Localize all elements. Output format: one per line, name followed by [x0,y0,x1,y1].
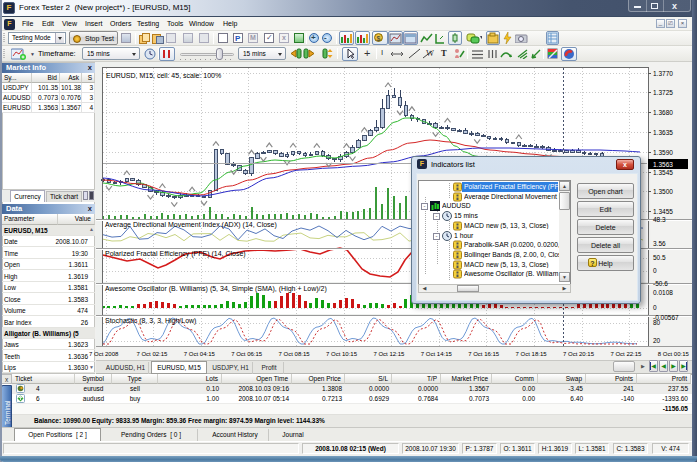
svg-text:EURUSD, M15, cell: 45, scale:: EURUSD, M15, cell: 45, scale: 100% [106,72,221,79]
svg-text:0.0108: 0.0108 [653,289,673,296]
svg-text:1.3725: 1.3725 [653,89,673,96]
svg-text:0: 0 [653,304,657,311]
svg-text:80: 80 [653,319,661,326]
svg-text:1.3563: 1.3563 [653,161,673,168]
svg-text:7 Oct 10:15: 7 Oct 10:15 [326,351,358,357]
svg-text:Average Directional Movement I: Average Directional Movement Index (ADX)… [105,221,277,229]
svg-text:7 Oct 06:15: 7 Oct 06:15 [231,351,263,357]
svg-text:7 Oct 02:15: 7 Oct 02:15 [136,351,168,357]
svg-text:Awesome Oscillator (B. William: Awesome Oscillator (B. Williams) (5, 34,… [105,285,327,293]
svg-text:7 Oct 08:15: 7 Oct 08:15 [279,351,311,357]
svg-text:1.3635: 1.3635 [653,129,673,136]
svg-text:7 Oct 2008: 7 Oct 2008 [89,351,119,357]
svg-text:1.3455: 1.3455 [653,208,673,215]
svg-text:20: 20 [653,337,661,344]
svg-text:-50.6: -50.6 [653,280,668,287]
svg-text:7 Oct 14:15: 7 Oct 14:15 [421,351,453,357]
svg-text:7 Oct 18:15: 7 Oct 18:15 [516,351,548,357]
svg-text:7 Oct 22:15: 7 Oct 22:15 [610,351,642,357]
svg-text:8 Oct 00:15: 8 Oct 00:15 [658,351,690,357]
svg-text:7 Oct 16:15: 7 Oct 16:15 [468,351,500,357]
svg-text:Polarized Fractal Efficiency (: Polarized Fractal Efficiency (PFE) (14, … [105,250,246,258]
svg-text:1.3500: 1.3500 [653,188,673,195]
svg-text:3.56: 3.56 [653,240,666,247]
svg-text:0: 0 [653,267,657,274]
svg-text:1.3680: 1.3680 [653,109,673,116]
svg-text:Stochastic (8, 3, 3, High/Low): Stochastic (8, 3, 3, High/Low) [105,317,196,325]
svg-text:1.3590: 1.3590 [653,149,673,156]
svg-text:1.3770: 1.3770 [653,70,673,77]
svg-text:7 Oct 20:15: 7 Oct 20:15 [563,351,595,357]
svg-text:50.5: 50.5 [653,254,666,261]
svg-text:1.3545: 1.3545 [653,169,673,176]
svg-text:7 Oct 12:15: 7 Oct 12:15 [373,351,405,357]
svg-text:48.3: 48.3 [653,216,666,223]
svg-text:7 Oct 04:15: 7 Oct 04:15 [184,351,216,357]
